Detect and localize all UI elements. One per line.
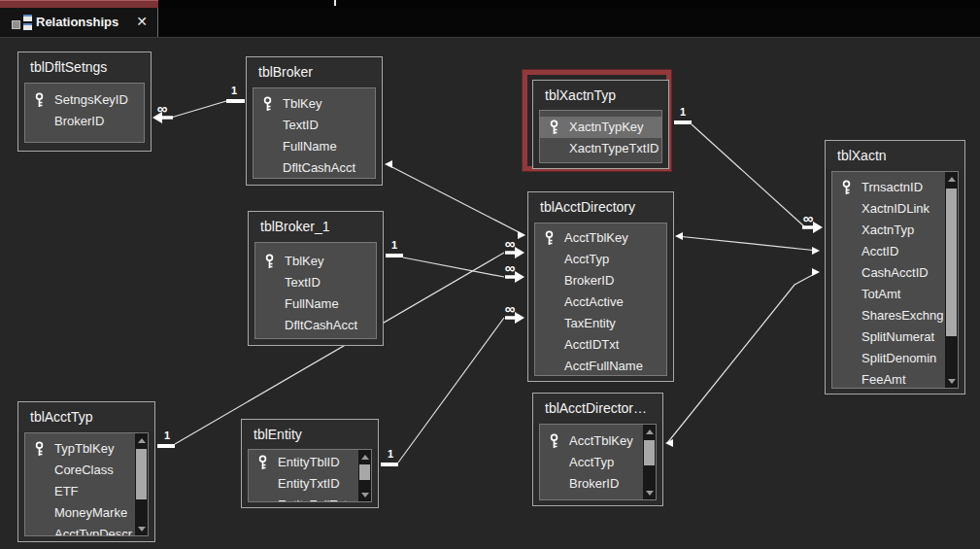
text-cursor-artifact: [334, 0, 336, 6]
field-list: TypTblKey CoreClass ETF MoneyMarke AcctT…: [24, 432, 149, 536]
field-row[interactable]: TaxEntity: [535, 313, 666, 334]
field-row[interactable]: TypTblKey: [25, 438, 148, 460]
table-title[interactable]: tblAcctDirector…: [533, 394, 662, 423]
field-row[interactable]: DfltCashAcct: [255, 315, 376, 336]
field-row[interactable]: BrokerID: [25, 111, 144, 132]
table-title[interactable]: tblAcctDirectory: [528, 192, 673, 222]
field-row[interactable]: AcctTblKey: [535, 227, 666, 249]
scroll-down-icon[interactable]: [643, 486, 656, 499]
table-title[interactable]: tblAcctTyp: [18, 402, 154, 431]
table-tblAcctDirectory[interactable]: tblAcctDirectory AcctTblKey AcctTyp Brok…: [527, 191, 674, 382]
vertical-scrollbar[interactable]: [945, 172, 958, 388]
field-list: AcctTblKey AcctTyp BrokerID AcctActive T…: [534, 223, 667, 376]
table-title[interactable]: tblXactn: [826, 141, 964, 170]
field-row[interactable]: BrokerID: [535, 270, 666, 292]
primary-key-icon: [544, 230, 555, 249]
field-row[interactable]: TblKey: [253, 93, 375, 115]
primary-key-icon: [34, 92, 45, 111]
relationships-canvas[interactable]: 1 ∞ 1 ∞ 1 ∞ 1 ∞ 1 ∞ tblDfltSetngs Setngs…: [0, 37, 980, 549]
scroll-up-icon[interactable]: [643, 425, 656, 438]
scrollbar-thumb[interactable]: [136, 449, 147, 499]
close-icon[interactable]: ✕: [132, 14, 152, 29]
cardinality-one: 1: [389, 239, 400, 251]
table-tblDfltSetngs[interactable]: tblDfltSetngs SetngsKeyID BrokerID: [17, 51, 152, 152]
field-row[interactable]: AcctTyp: [535, 249, 666, 270]
field-row[interactable]: EntityTxtID: [249, 473, 371, 495]
tab-relationships[interactable]: Relationships ✕: [0, 8, 158, 37]
scrollbar-thumb[interactable]: [644, 440, 655, 465]
cardinality-one: 1: [677, 106, 689, 118]
field-row[interactable]: TblKey: [255, 251, 376, 272]
table-tblAcctDirectory_1[interactable]: tblAcctDirector… AcctTblKey AcctTyp Brok…: [532, 393, 663, 506]
scroll-up-icon[interactable]: [358, 450, 371, 463]
vertical-scrollbar[interactable]: [135, 433, 148, 535]
cardinality-many: ∞: [799, 212, 817, 225]
table-title[interactable]: tblEntity: [242, 420, 378, 449]
vertical-scrollbar[interactable]: [358, 450, 371, 501]
primary-key-icon: [264, 254, 275, 272]
table-title[interactable]: tblDfltSetngs: [18, 52, 151, 82]
table-title[interactable]: tblBroker: [247, 57, 382, 86]
field-row[interactable]: AcctFullName: [535, 356, 666, 376]
field-row[interactable]: TextID: [253, 115, 375, 136]
field-row[interactable]: SetngsKeyID: [25, 89, 144, 111]
field-row[interactable]: CoreClass: [25, 460, 148, 481]
vertical-scrollbar[interactable]: [643, 425, 656, 499]
field-row[interactable]: TrnsactnID: [832, 177, 958, 198]
field-row[interactable]: EntityTblID: [249, 452, 371, 473]
primary-key-icon: [549, 433, 559, 452]
scroll-up-icon[interactable]: [135, 433, 148, 447]
table-tblXactn[interactable]: tblXactn TrnsactnID XactnIDLink XactnTyp…: [825, 140, 965, 395]
field-row[interactable]: AcctTyp: [540, 452, 656, 473]
field-row[interactable]: BrokerID: [540, 473, 656, 495]
field-row[interactable]: SharesExchng: [832, 305, 958, 326]
scrollbar-thumb[interactable]: [359, 464, 370, 480]
tab-title: Relationships: [36, 15, 118, 29]
table-tblBroker_1[interactable]: tblBroker_1 TblKey TextID FullName DfltC…: [248, 211, 384, 346]
field-list: TrnsactnID XactnIDLink XactnTyp AcctID C…: [831, 171, 959, 389]
table-title[interactable]: tblXactnTyp: [533, 81, 668, 110]
field-row[interactable]: AcctID: [832, 241, 958, 262]
field-row[interactable]: MoneyMarke: [25, 502, 148, 524]
field-row-highlighted[interactable]: XactnTypKey: [540, 117, 661, 138]
field-list: TblKey TextID FullName DfltCashAcct: [254, 242, 377, 339]
table-tblBroker[interactable]: tblBroker TblKey TextID FullName DfltCas…: [246, 56, 383, 186]
primary-key-icon: [257, 455, 268, 473]
scroll-down-icon[interactable]: [358, 488, 371, 501]
field-row[interactable]: ETF: [25, 481, 148, 502]
scroll-up-icon[interactable]: [945, 172, 958, 186]
field-row[interactable]: AcctTblKey: [540, 430, 656, 452]
cardinality-many: ∞: [501, 261, 519, 275]
field-row[interactable]: CashAcctID: [832, 262, 958, 284]
cardinality-one: 1: [161, 429, 173, 441]
scrollbar-thumb[interactable]: [946, 189, 957, 336]
table-tblXactnTyp[interactable]: tblXactnTyp XactnTypKey XactnTypeTxtID: [532, 80, 669, 169]
field-row[interactable]: FeeAmt: [832, 369, 958, 389]
field-row[interactable]: TextID: [255, 272, 376, 293]
cardinality-many: ∞: [501, 237, 519, 251]
field-list: EntityTblID EntityTxtID EntityFullTxt: [248, 449, 372, 502]
field-row[interactable]: TotAmt: [832, 284, 958, 305]
table-tblAcctTyp[interactable]: tblAcctTyp TypTblKey CoreClass ETF Money…: [17, 401, 155, 542]
field-row[interactable]: XactnTyp: [832, 220, 958, 241]
field-row[interactable]: XactnTypeTxtID: [540, 138, 661, 159]
field-list: AcctTblKey AcctTyp BrokerID AcctActive: [539, 424, 657, 500]
field-row[interactable]: FullName: [253, 136, 375, 157]
field-row[interactable]: FullName: [255, 293, 376, 315]
scroll-down-icon[interactable]: [135, 522, 148, 535]
field-row[interactable]: AcctActive: [535, 292, 666, 313]
field-row[interactable]: AcctActive: [540, 495, 656, 500]
tab-accent-strip: [0, 0, 158, 8]
field-row[interactable]: SplitDenomin: [832, 348, 958, 369]
field-list: XactnTypKey XactnTypeTxtID: [539, 110, 662, 163]
table-tblEntity[interactable]: tblEntity EntityTblID EntityTxtID Entity…: [241, 419, 379, 508]
field-row[interactable]: EntityFullTxt: [249, 495, 371, 502]
field-row[interactable]: AcctTypDescr: [25, 524, 148, 536]
scroll-down-icon[interactable]: [945, 374, 958, 388]
primary-key-icon: [262, 96, 273, 115]
table-title[interactable]: tblBroker_1: [249, 212, 383, 241]
field-row[interactable]: AcctIDTxt: [535, 334, 666, 356]
field-row[interactable]: DfltCashAcct: [253, 157, 375, 179]
field-row[interactable]: XactnIDLink: [832, 198, 958, 220]
field-row[interactable]: SplitNumerat: [832, 326, 958, 348]
